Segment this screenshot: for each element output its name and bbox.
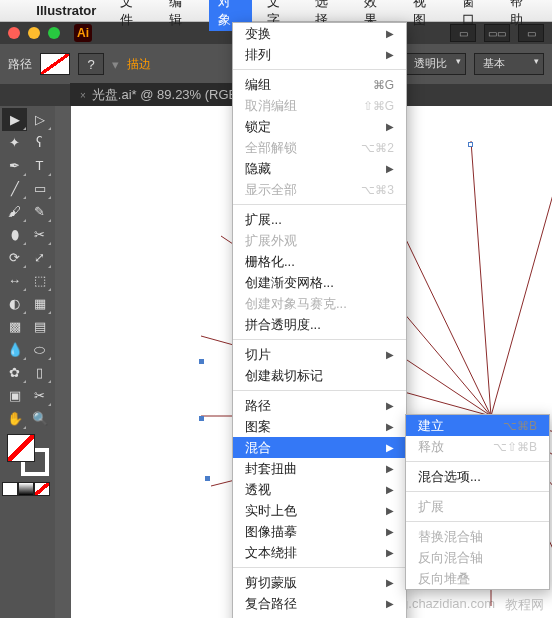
style-select[interactable]: 基本 (474, 53, 544, 75)
menu-item[interactable]: 排列▶ (233, 44, 406, 65)
fill-stroke-control[interactable] (7, 434, 49, 476)
titlebar-button-1[interactable]: ▭ (450, 24, 476, 42)
menu-item-label: 释放 (418, 438, 493, 456)
rectangle-tool[interactable]: ▭ (27, 177, 52, 200)
menu-item[interactable]: 图像描摹▶ (233, 521, 406, 542)
selection-handle[interactable] (199, 359, 204, 364)
system-menubar: Illustrator 文件 编辑 对象 文字 选择 效果 视图 窗口 帮助 (0, 0, 552, 22)
menu-item[interactable]: 文本绕排▶ (233, 542, 406, 563)
menu-item[interactable]: 栅格化... (233, 251, 406, 272)
menu-file[interactable]: 文件 (111, 0, 154, 31)
symbol-sprayer-tool[interactable]: ✿ (2, 361, 27, 384)
selection-handle[interactable] (199, 416, 204, 421)
menu-shortcut: ⌘G (373, 78, 394, 92)
column-graph-tool[interactable]: ▯ (27, 361, 52, 384)
direct-selection-tool[interactable]: ▷ (27, 108, 52, 131)
menu-item[interactable]: 编组⌘G (233, 74, 406, 95)
submenu-arrow-icon: ▶ (386, 421, 394, 432)
menu-item: 扩展外观 (233, 230, 406, 251)
menu-item[interactable]: 图案▶ (233, 416, 406, 437)
help-button[interactable]: ? (78, 53, 104, 75)
titlebar-button-3[interactable]: ▭ (518, 24, 544, 42)
eraser-tool[interactable]: ✂ (27, 223, 52, 246)
window-close-button[interactable] (8, 27, 20, 39)
menu-view[interactable]: 视图 (404, 0, 447, 31)
menu-item[interactable]: 混合选项... (406, 466, 549, 487)
menu-item: 反向堆叠 (406, 568, 549, 589)
slice-tool[interactable]: ✂ (27, 384, 52, 407)
free-transform-tool[interactable]: ⬚ (27, 269, 52, 292)
menu-item[interactable]: 混合▶ (233, 437, 406, 458)
menu-item-label: 扩展 (418, 498, 537, 516)
selection-tool[interactable]: ▶ (2, 108, 27, 131)
color-mode-gradient[interactable] (18, 482, 34, 496)
color-mode-color[interactable] (2, 482, 18, 496)
hand-tool[interactable]: ✋ (2, 407, 27, 430)
menu-item[interactable]: 扩展... (233, 209, 406, 230)
blend-submenu-dropdown: 建立⌥⌘B释放⌥⇧⌘B混合选项...扩展替换混合轴反向混合轴反向堆叠 (405, 414, 550, 590)
submenu-arrow-icon: ▶ (386, 349, 394, 360)
magic-wand-tool[interactable]: ✦ (2, 131, 27, 154)
eyedropper-tool[interactable]: 💧 (2, 338, 27, 361)
selection-handle[interactable] (205, 476, 210, 481)
menu-item-label: 建立 (418, 417, 503, 435)
menu-item-label: 路径 (245, 397, 386, 415)
shape-builder-tool[interactable]: ◐ (2, 292, 27, 315)
blend-tool[interactable]: ⬭ (27, 338, 52, 361)
stroke-label[interactable]: 描边 (127, 56, 151, 73)
menu-item[interactable]: 路径▶ (233, 395, 406, 416)
menu-edit[interactable]: 编辑 (160, 0, 203, 31)
menu-item-label: 图案 (245, 418, 386, 436)
menu-item-label: 扩展外观 (245, 232, 394, 250)
pen-tool[interactable]: ✒ (2, 154, 27, 177)
artboard-tool[interactable]: ▣ (2, 384, 27, 407)
fill-swatch[interactable] (40, 53, 70, 75)
window-minimize-button[interactable] (28, 27, 40, 39)
color-mode-none[interactable] (34, 482, 50, 496)
menu-item[interactable]: 变换▶ (233, 23, 406, 44)
menu-item-label: 取消编组 (245, 97, 363, 115)
menu-item[interactable]: 剪切蒙版▶ (233, 572, 406, 593)
menu-item[interactable]: 隐藏▶ (233, 158, 406, 179)
menu-item[interactable]: 封套扭曲▶ (233, 458, 406, 479)
menu-item[interactable]: 画板▶ (233, 614, 406, 618)
close-tab-icon[interactable]: × (80, 90, 86, 101)
submenu-arrow-icon: ▶ (386, 463, 394, 474)
blob-brush-tool[interactable]: ⬮ (2, 223, 27, 246)
menu-item-label: 实时上色 (245, 502, 386, 520)
line-tool[interactable]: ╱ (2, 177, 27, 200)
menu-item[interactable]: 实时上色▶ (233, 500, 406, 521)
menu-item[interactable]: 建立⌥⌘B (406, 415, 549, 436)
mesh-tool[interactable]: ▩ (2, 315, 27, 338)
perspective-grid-tool[interactable]: ▦ (27, 292, 52, 315)
zoom-tool[interactable]: 🔍 (27, 407, 52, 430)
apple-logo-icon[interactable] (8, 4, 21, 18)
menu-item[interactable]: 创建裁切标记 (233, 365, 406, 386)
titlebar-button-2[interactable]: ▭▭ (484, 24, 510, 42)
submenu-arrow-icon: ▶ (386, 28, 394, 39)
menu-item: 替换混合轴 (406, 526, 549, 547)
rotate-tool[interactable]: ⟳ (2, 246, 27, 269)
menu-item[interactable]: 拼合透明度... (233, 314, 406, 335)
submenu-arrow-icon: ▶ (386, 505, 394, 516)
menu-app[interactable]: Illustrator (27, 1, 105, 20)
anchor-point[interactable] (468, 142, 473, 147)
opacity-select[interactable]: 透明比 (405, 53, 466, 75)
menu-separator (233, 567, 406, 568)
menu-separator (406, 521, 549, 522)
lasso-tool[interactable]: ʕ (27, 131, 52, 154)
gradient-tool[interactable]: ▤ (27, 315, 52, 338)
menu-item[interactable]: 复合路径▶ (233, 593, 406, 614)
menu-item: 扩展 (406, 496, 549, 517)
menu-item[interactable]: 锁定▶ (233, 116, 406, 137)
width-tool[interactable]: ↔ (2, 269, 27, 292)
menu-item[interactable]: 切片▶ (233, 344, 406, 365)
menu-item[interactable]: 透视▶ (233, 479, 406, 500)
pencil-tool[interactable]: ✎ (27, 200, 52, 223)
paintbrush-tool[interactable]: 🖌 (2, 200, 27, 223)
type-tool[interactable]: T (27, 154, 52, 177)
menu-item-label: 剪切蒙版 (245, 574, 386, 592)
menu-item[interactable]: 创建渐变网格... (233, 272, 406, 293)
window-zoom-button[interactable] (48, 27, 60, 39)
scale-tool[interactable]: ⤢ (27, 246, 52, 269)
